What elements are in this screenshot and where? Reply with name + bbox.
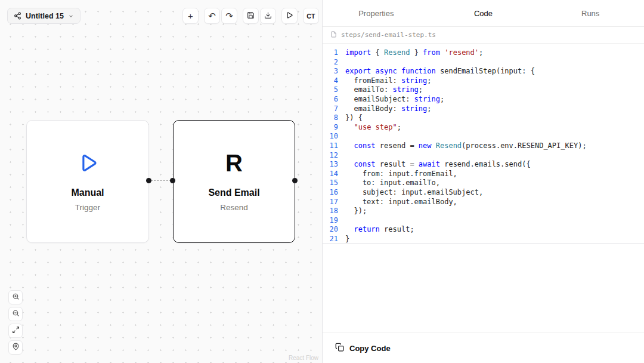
app-window: Untitled 15 + ↶ ↷	[0, 0, 644, 363]
code-block: 1import { Resend } from 'resend';23expor…	[323, 48, 644, 244]
fit-view-button[interactable]	[8, 324, 23, 338]
code-line: 14 from: input.fromEmail,	[323, 170, 644, 179]
line-number: 11	[323, 141, 338, 151]
line-content: emailTo: string;	[345, 85, 423, 95]
line-number: 10	[323, 132, 338, 141]
canvas-controls	[8, 290, 23, 355]
code-line: 20 return result;	[323, 225, 644, 235]
line-number: 9	[323, 123, 338, 133]
line-number: 13	[323, 160, 338, 170]
fit-view-icon	[12, 326, 20, 336]
line-number: 14	[323, 170, 338, 179]
line-number: 19	[323, 216, 338, 226]
redo-icon: ↷	[225, 11, 233, 20]
line-content: return result;	[345, 225, 414, 235]
code-line: 5 emailTo: string;	[323, 85, 644, 95]
line-content: fromEmail: string;	[345, 76, 432, 86]
code-line: 11 const resend = new Resend(process.env…	[323, 141, 644, 151]
node-manual-trigger[interactable]: Manual Trigger	[26, 120, 149, 243]
avatar-initials: CT	[306, 13, 315, 20]
code-line: 7 emailBody: string;	[323, 104, 644, 114]
copy-icon	[335, 343, 344, 354]
add-node-button[interactable]: +	[182, 8, 199, 24]
node-title: Manual	[71, 187, 104, 198]
handle-sendemail-target[interactable]	[170, 178, 175, 183]
react-flow-attribution[interactable]: React Flow	[289, 355, 318, 361]
code-line: 2	[323, 58, 644, 67]
download-button[interactable]	[260, 8, 276, 24]
zoom-out-button[interactable]	[8, 307, 23, 321]
code-editor[interactable]: 1import { Resend } from 'resend';23expor…	[323, 43, 644, 333]
line-number: 18	[323, 207, 338, 216]
zoom-out-icon	[12, 309, 20, 319]
line-content: import { Resend } from 'resend';	[345, 48, 483, 58]
line-content: subject: input.emailSubject,	[345, 188, 483, 198]
handle-sendemail-source[interactable]	[292, 178, 298, 183]
code-line: 15 to: input.emailTo,	[323, 179, 644, 188]
node-send-email[interactable]: R Send Email Resend	[173, 120, 295, 243]
download-icon	[264, 11, 272, 21]
code-line: 21}	[323, 235, 644, 245]
line-number: 16	[323, 188, 338, 198]
code-line: 16 subject: input.emailSubject,	[323, 188, 644, 198]
line-content: emailSubject: string;	[345, 95, 444, 104]
pin-icon	[12, 343, 20, 352]
line-content: from: input.fromEmail,	[345, 170, 457, 179]
run-workflow-button[interactable]	[281, 8, 298, 24]
line-number: 6	[323, 95, 338, 104]
line-content: const resend = new Resend(process.env.RE…	[345, 141, 587, 151]
play-icon	[76, 150, 99, 176]
line-number: 7	[323, 104, 338, 114]
line-number: 8	[323, 113, 338, 123]
code-line: 3export async function sendEmailStep(inp…	[323, 67, 644, 76]
inspector-panel: Properties Code Runs steps/send-email-st…	[322, 0, 644, 363]
resend-logo-letter: R	[225, 151, 243, 175]
line-content: emailBody: string;	[345, 104, 432, 114]
code-line: 6 emailSubject: string;	[323, 95, 644, 104]
node-title: Send Email	[208, 187, 259, 198]
workflow-icon	[14, 12, 21, 20]
plus-icon: +	[188, 11, 193, 20]
zoom-in-button[interactable]	[8, 290, 23, 304]
panel-tabs: Properties Code Runs	[323, 0, 644, 27]
line-content: }) {	[345, 113, 363, 123]
play-icon	[286, 11, 293, 21]
workflow-canvas[interactable]: Untitled 15 + ↶ ↷	[0, 0, 322, 363]
line-content: to: input.emailTo,	[345, 179, 440, 188]
undo-icon: ↶	[208, 11, 216, 20]
workflow-selector-button[interactable]: Untitled 15	[7, 8, 80, 24]
file-bar: steps/send-email-step.ts	[323, 27, 644, 44]
canvas-toolbar: + ↶ ↷	[182, 8, 319, 24]
line-content: });	[345, 207, 367, 216]
line-number: 17	[323, 198, 338, 207]
edge-connector	[151, 180, 171, 181]
node-subtitle: Resend	[220, 203, 248, 212]
line-number: 21	[323, 235, 338, 244]
workflow-name: Untitled 15	[26, 12, 64, 20]
code-line: 8}) {	[323, 113, 644, 123]
resend-logo: R	[225, 150, 243, 176]
line-number: 2	[323, 58, 338, 67]
tab-runs[interactable]: Runs	[537, 9, 644, 18]
tab-code[interactable]: Code	[430, 9, 537, 18]
code-line: 19	[323, 216, 644, 226]
line-number: 3	[323, 67, 338, 76]
redo-button[interactable]: ↷	[221, 8, 237, 24]
line-content: text: input.emailBody,	[345, 198, 457, 207]
code-line: 10	[323, 132, 644, 141]
line-number: 5	[323, 85, 338, 95]
file-icon	[330, 30, 337, 41]
tab-properties[interactable]: Properties	[323, 9, 430, 18]
chevron-down-icon	[68, 13, 74, 19]
copy-code-button[interactable]: Copy Code	[323, 333, 644, 363]
pin-button[interactable]	[8, 340, 23, 355]
save-icon	[247, 11, 255, 21]
code-line: 17 text: input.emailBody,	[323, 198, 644, 207]
handle-manual-source[interactable]	[146, 178, 151, 183]
zoom-in-icon	[12, 293, 20, 302]
undo-button[interactable]: ↶	[204, 8, 220, 24]
line-content: const result = await resend.emails.send(…	[345, 160, 531, 170]
code-line: 18 });	[323, 207, 644, 216]
save-button[interactable]	[243, 8, 259, 24]
user-avatar-button[interactable]: CT	[303, 8, 319, 24]
